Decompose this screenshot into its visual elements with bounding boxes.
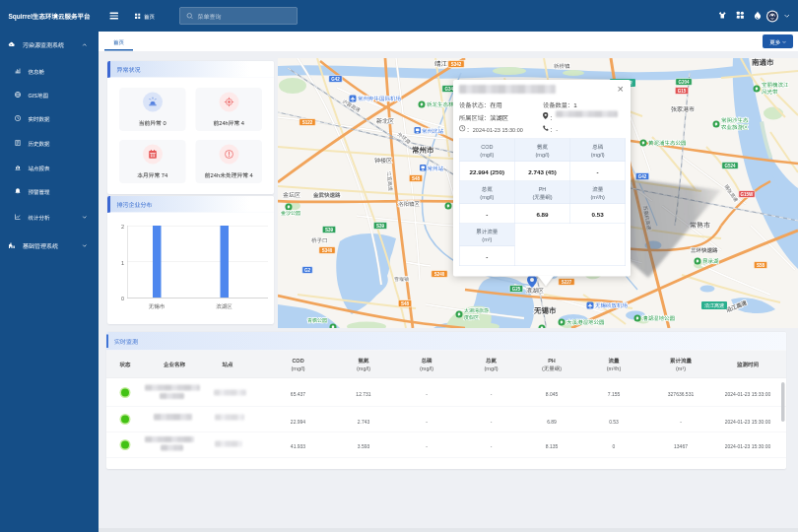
svg-text:金沙公园: 金沙公园 bbox=[281, 209, 300, 216]
svg-text:G15W: G15W bbox=[741, 191, 755, 197]
svg-text:S58: S58 bbox=[757, 262, 765, 268]
svg-text:沿江高速: 沿江高速 bbox=[704, 301, 724, 308]
svg-text:风光带: 风光带 bbox=[762, 88, 778, 96]
svg-text:张家港市: 张家港市 bbox=[671, 104, 695, 113]
svg-text:G25: G25 bbox=[512, 286, 521, 292]
svg-text:新桥镇: 新桥镇 bbox=[554, 62, 570, 70]
svg-text:S48: S48 bbox=[401, 300, 410, 306]
svg-text:农业旅游区: 农业旅游区 bbox=[721, 123, 749, 131]
svg-text:常熟市: 常熟市 bbox=[690, 220, 710, 230]
svg-text:常州站: 常州站 bbox=[428, 165, 444, 172]
svg-text:无锡硕放机场: 无锡硕放机场 bbox=[595, 301, 629, 309]
svg-text:S240: S240 bbox=[434, 271, 445, 277]
svg-text:常州奔牛国际机场: 常州奔牛国际机场 bbox=[358, 95, 402, 102]
svg-text:新龙生态林: 新龙生态林 bbox=[427, 100, 454, 108]
svg-text:G42: G42 bbox=[638, 173, 647, 179]
svg-text:漕湖湿地公园: 漕湖湿地公园 bbox=[642, 314, 676, 322]
svg-text:洛阳镇: 洛阳镇 bbox=[398, 200, 415, 208]
svg-text:S39: S39 bbox=[325, 227, 334, 233]
svg-text:新北区: 新北区 bbox=[376, 116, 394, 125]
svg-text:大溪港湿地公园: 大溪港湿地公园 bbox=[566, 318, 605, 326]
svg-text:S227: S227 bbox=[562, 279, 572, 285]
svg-text:桥子口: 桥子口 bbox=[311, 236, 328, 244]
svg-text:金武快速路: 金武快速路 bbox=[312, 191, 341, 199]
svg-text:S122: S122 bbox=[302, 119, 313, 125]
svg-text:雪堰镇: 雪堰镇 bbox=[394, 275, 409, 282]
svg-text:G204: G204 bbox=[678, 79, 690, 85]
svg-text:G15: G15 bbox=[678, 88, 687, 94]
svg-text:滨湖区: 滨湖区 bbox=[526, 286, 544, 295]
svg-text:钟楼区: 钟楼区 bbox=[374, 156, 392, 165]
svg-text:S342: S342 bbox=[451, 61, 462, 67]
svg-text:昆承湖: 昆承湖 bbox=[702, 257, 719, 265]
svg-text:金坛区: 金坛区 bbox=[283, 190, 300, 199]
svg-text:三环快速路: 三环快速路 bbox=[691, 246, 718, 254]
svg-text:G42: G42 bbox=[331, 76, 340, 82]
svg-text:G2: G2 bbox=[304, 267, 311, 273]
svg-text:度假区: 度假区 bbox=[464, 313, 479, 320]
svg-text:S340: S340 bbox=[322, 247, 333, 253]
svg-text:常州市: 常州市 bbox=[412, 144, 434, 155]
svg-text:无锡市: 无锡市 bbox=[533, 304, 557, 315]
svg-text:S39: S39 bbox=[376, 223, 385, 229]
svg-text:常州北站: 常州北站 bbox=[422, 127, 444, 135]
svg-text:青枫公园: 青枫公园 bbox=[307, 316, 327, 323]
svg-text:G524: G524 bbox=[724, 163, 736, 168]
svg-text:南通市: 南通市 bbox=[752, 58, 774, 67]
svg-text:S48: S48 bbox=[412, 175, 421, 181]
svg-text:黄泥浦生态公园: 黄泥浦生态公园 bbox=[648, 139, 687, 147]
